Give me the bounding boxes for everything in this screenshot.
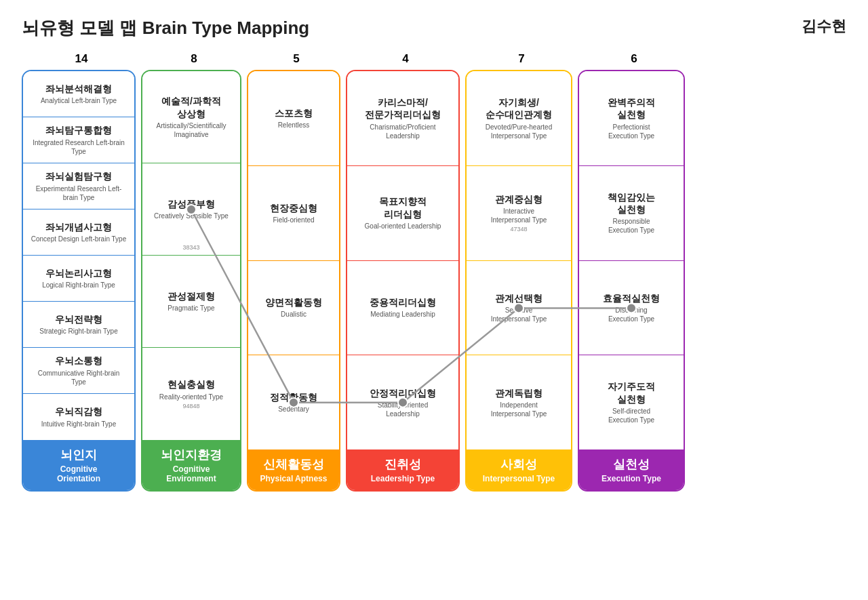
- cell-4-2: 목표지향적리더십형 Goal-oriented Leadership: [347, 166, 458, 261]
- col-footer-1: 뇌인지 CognitiveOrientation: [23, 440, 134, 490]
- cell-1-8: 우뇌직감형 Intuitive Right-brain Type: [23, 394, 134, 440]
- cell-3-1: 스포츠형 Relentless: [248, 71, 339, 166]
- col-cognitive: 좌뇌분석해결형 Analytical Left-brain Type 좌뇌탐구통…: [22, 70, 136, 492]
- col-num-3: 5: [250, 52, 343, 66]
- cell-3-3: 양면적활동형 Dualistic: [248, 261, 339, 356]
- col-footer-6: 실천성 Execution Type: [579, 449, 684, 490]
- cell-1-1: 좌뇌분석해결형 Analytical Left-brain Type: [23, 71, 134, 117]
- cell-4-4: 안정적리더십형 Stability-orientedLeadership: [347, 355, 458, 449]
- cell-1-2: 좌뇌탐구통합형 Integrated Research Left-brain T…: [23, 117, 134, 163]
- page-header: 뇌유형 모델 맵 Brain Type Mapping 김수현: [22, 16, 846, 40]
- cell-2-4: 현실충실형 Reality-oriented Type 94848: [142, 348, 240, 440]
- page-title: 뇌유형 모델 맵 Brain Type Mapping: [22, 16, 309, 40]
- chart-wrapper: 14 8 5 4 7 6 좌뇌분석해결형 Analytical Left-bra…: [22, 52, 846, 492]
- cell-6-1: 완벽주의적실천형 PerfectionistExecution Type: [579, 71, 684, 166]
- col-num-4: 4: [349, 52, 462, 66]
- cell-6-2: 책임감있는실천형 ResponsibleExecution Type: [579, 166, 684, 261]
- col-num-5: 7: [468, 52, 575, 66]
- col-footer-2: 뇌인지환경 CognitiveEnvironment: [142, 440, 240, 490]
- col-footer-5: 사회성 Interpersonal Type: [467, 449, 571, 490]
- col-execution: 완벽주의적실천형 PerfectionistExecution Type 책임감…: [578, 70, 685, 492]
- cell-1-5: 우뇌논리사고형 Logical Right-brain Type: [23, 256, 134, 302]
- cell-5-1: 자기희생/순수대인관계형 Devoted/Pure-heartedInterpe…: [467, 71, 571, 166]
- cell-1-6: 우뇌전략형 Strategic Right-brain Type: [23, 302, 134, 348]
- cell-6-4: 자기주도적실천형 Self-directedExecution Type: [579, 355, 684, 449]
- cell-4-1: 카리스마적/전문가적리더십형 Charismatic/ProficientLea…: [347, 71, 458, 166]
- col-num-2: 8: [144, 52, 244, 66]
- cell-1-3: 좌뇌실험탐구형 Experimental Research Left-brain…: [23, 163, 134, 209]
- cell-2-1: 예술적/과학적상상형 Artistically/ScientificallyIm…: [142, 71, 240, 163]
- cell-5-4: 관계독립형 IndependentInterpersonal Type: [467, 355, 571, 449]
- cell-5-2: 관계중심형 InteractiveInterpersonal Type 4734…: [467, 166, 571, 261]
- cell-4-3: 중용적리더십형 Mediating Leadership: [347, 261, 458, 356]
- col-num-6: 6: [580, 52, 688, 66]
- col-num-1: 14: [24, 52, 138, 66]
- cell-1-4: 좌뇌개념사고형 Concept Design Left-brain Type: [23, 209, 134, 256]
- cell-5-3: 관계선택형 SelectiveInterpersonal Type: [467, 261, 571, 356]
- cell-2-3: 관성절제형 Pragmatic Type: [142, 256, 240, 348]
- col-env: 예술적/과학적상상형 Artistically/ScientificallyIm…: [141, 70, 241, 492]
- main-grid: 좌뇌분석해결형 Analytical Left-brain Type 좌뇌탐구통…: [22, 70, 846, 492]
- person-name: 김수현: [802, 16, 846, 37]
- cell-3-4: 정적활동형 Sedentary: [248, 355, 339, 449]
- col-footer-4: 진취성 Leadership Type: [347, 449, 458, 490]
- cell-6-3: 효율적실천형 DiscerningExecution Type: [579, 261, 684, 356]
- col-leadership: 카리스마적/전문가적리더십형 Charismatic/ProficientLea…: [346, 70, 460, 492]
- col-physical: 스포츠형 Relentless 현장중심형 Field-oriented 양면적…: [247, 70, 340, 492]
- col-footer-3: 신체활동성 Physical Aptness: [248, 449, 339, 490]
- cell-2-2: 감성풍부형 Creatively Sensible Type 38343: [142, 163, 240, 256]
- col-social: 자기희생/순수대인관계형 Devoted/Pure-heartedInterpe…: [465, 70, 572, 492]
- cell-3-2: 현장중심형 Field-oriented: [248, 166, 339, 261]
- cell-1-7: 우뇌소통형 Communicative Right-brain Type: [23, 348, 134, 394]
